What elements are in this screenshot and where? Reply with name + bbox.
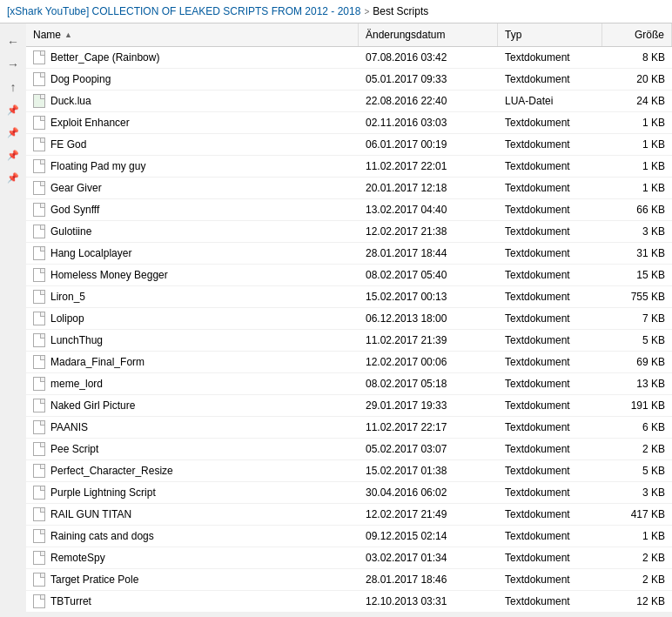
file-name-col: Madara_Final_Form bbox=[26, 352, 359, 372]
file-icon bbox=[33, 442, 45, 456]
file-type: Textdokument bbox=[498, 526, 602, 547]
file-date: 13.02.2017 04:40 bbox=[359, 199, 498, 220]
up-icon[interactable]: ↑ bbox=[4, 78, 22, 96]
table-row[interactable]: Raining cats and dogs 09.12.2015 02:14 T… bbox=[26, 526, 672, 547]
file-date: 15.02.2017 00:13 bbox=[359, 286, 498, 307]
table-row[interactable]: Hang Localplayer 28.01.2017 18:44 Textdo… bbox=[26, 243, 672, 265]
col-size[interactable]: Größe bbox=[602, 23, 672, 46]
table-row[interactable]: Purple Lightning Script 30.04.2016 06:02… bbox=[26, 482, 672, 504]
file-name: Pee Script bbox=[50, 443, 98, 455]
file-date: 06.12.2013 18:00 bbox=[359, 308, 498, 329]
file-name: Perfect_Character_Resize bbox=[50, 465, 173, 477]
table-row[interactable]: Gulotiine 12.02.2017 21:38 Textdokument … bbox=[26, 221, 672, 243]
file-icon bbox=[33, 290, 45, 304]
pin4-icon[interactable]: 📌 bbox=[4, 169, 22, 186]
file-name: Gear Giver bbox=[50, 182, 102, 194]
file-size: 31 KB bbox=[602, 243, 672, 264]
file-type: Textdokument bbox=[498, 134, 602, 155]
breadcrumb-parent[interactable]: [xShark YouTube] COLLECTION OF LEAKED SC… bbox=[7, 5, 360, 17]
file-date: 05.01.2017 09:33 bbox=[359, 69, 498, 90]
file-size: 3 KB bbox=[602, 482, 672, 503]
file-size: 1 KB bbox=[602, 112, 672, 133]
file-icon bbox=[33, 507, 45, 521]
file-icon bbox=[33, 420, 45, 434]
file-name: RAIL GUN TITAN bbox=[50, 508, 131, 520]
file-name-col: FE God bbox=[26, 134, 359, 155]
file-date: 08.02.2017 05:18 bbox=[359, 373, 498, 394]
file-type: Textdokument bbox=[498, 199, 602, 220]
table-row[interactable]: Dog Pooping 05.01.2017 09:33 Textdokumen… bbox=[26, 69, 672, 91]
table-row[interactable]: PAANIS 11.02.2017 22:17 Textdokument 6 K… bbox=[26, 417, 672, 439]
file-name: meme_lord bbox=[50, 378, 103, 390]
file-name: Purple Lightning Script bbox=[50, 486, 156, 499]
file-name-col: Better_Cape (Rainbow) bbox=[26, 47, 359, 68]
pin-icon[interactable]: 📌 bbox=[4, 101, 22, 118]
table-row[interactable]: Naked Girl Picture 29.01.2017 19:33 Text… bbox=[26, 395, 672, 417]
table-row[interactable]: Floating Pad my guy 11.02.2017 22:01 Tex… bbox=[26, 156, 672, 178]
table-row[interactable]: Madara_Final_Form 12.02.2017 00:06 Textd… bbox=[26, 352, 672, 373]
table-row[interactable]: Target Pratice Pole 28.01.2017 18:46 Tex… bbox=[26, 569, 672, 591]
file-name: TBTurret bbox=[50, 595, 91, 607]
file-name-col: God Synfff bbox=[26, 199, 359, 220]
back-icon[interactable]: ← bbox=[4, 33, 22, 50]
file-date: 20.01.2017 12:18 bbox=[359, 178, 498, 198]
table-row[interactable]: Exploit Enhancer 02.11.2016 03:03 Textdo… bbox=[26, 112, 672, 134]
table-row[interactable]: Pee Script 05.02.2017 03:07 Textdokument… bbox=[26, 439, 672, 460]
file-name: Homeless Money Begger bbox=[50, 269, 168, 281]
table-row[interactable]: Gear Giver 20.01.2017 12:18 Textdokument… bbox=[26, 178, 672, 199]
file-type: Textdokument bbox=[498, 112, 602, 133]
file-type: Textdokument bbox=[498, 417, 602, 438]
col-type[interactable]: Typ bbox=[498, 23, 602, 46]
col-date[interactable]: Änderungsdatum bbox=[359, 23, 498, 46]
file-type: Textdokument bbox=[498, 156, 602, 177]
table-row[interactable]: FE God 06.01.2017 00:19 Textdokument 1 K… bbox=[26, 134, 672, 156]
file-name-col: Homeless Money Begger bbox=[26, 265, 359, 285]
table-row[interactable]: Duck.lua 22.08.2016 22:40 LUA-Datei 24 K… bbox=[26, 91, 672, 112]
file-icon bbox=[33, 72, 45, 86]
table-row[interactable]: RemoteSpy 03.02.2017 01:34 Textdokument … bbox=[26, 547, 672, 569]
file-date: 12.02.2017 21:38 bbox=[359, 221, 498, 242]
file-name-col: TBTurret bbox=[26, 591, 359, 612]
file-name: Floating Pad my guy bbox=[50, 160, 145, 172]
file-date: 07.08.2016 03:42 bbox=[359, 47, 498, 68]
file-icon bbox=[33, 268, 45, 282]
forward-icon[interactable]: → bbox=[4, 56, 22, 73]
file-name: Raining cats and dogs bbox=[50, 530, 154, 542]
file-icon bbox=[33, 594, 45, 608]
pin2-icon[interactable]: 📌 bbox=[4, 124, 22, 141]
file-type: Textdokument bbox=[498, 504, 602, 525]
table-row[interactable]: Better_Cape (Rainbow) 07.08.2016 03:42 T… bbox=[26, 47, 672, 69]
file-type: Textdokument bbox=[498, 265, 602, 285]
table-row[interactable]: Liron_5 15.02.2017 00:13 Textdokument 75… bbox=[26, 286, 672, 308]
file-size: 15 KB bbox=[602, 265, 672, 285]
table-row[interactable]: Lolipop 06.12.2013 18:00 Textdokument 7 … bbox=[26, 308, 672, 330]
file-icon bbox=[33, 181, 45, 195]
file-name: Target Pratice Pole bbox=[50, 573, 138, 586]
table-row[interactable]: Homeless Money Begger 08.02.2017 05:40 T… bbox=[26, 265, 672, 286]
table-row[interactable]: TBTurret 12.10.2013 03:31 Textdokument 1… bbox=[26, 591, 672, 613]
table-row[interactable]: meme_lord 08.02.2017 05:18 Textdokument … bbox=[26, 373, 672, 395]
file-type: Textdokument bbox=[498, 569, 602, 590]
file-name-col: Floating Pad my guy bbox=[26, 156, 359, 177]
file-name: Lolipop bbox=[50, 312, 84, 325]
file-name-col: Exploit Enhancer bbox=[26, 112, 359, 133]
table-row[interactable]: LunchThug 11.02.2017 21:39 Textdokument … bbox=[26, 330, 672, 352]
file-size: 20 KB bbox=[602, 69, 672, 90]
file-name-col: Duck.lua bbox=[26, 91, 359, 111]
table-row[interactable]: God Synfff 13.02.2017 04:40 Textdokument… bbox=[26, 199, 672, 221]
file-icon bbox=[33, 486, 45, 500]
file-name-col: RAIL GUN TITAN bbox=[26, 504, 359, 525]
table-row[interactable]: Perfect_Character_Resize 15.02.2017 01:3… bbox=[26, 460, 672, 482]
file-name-col: Gear Giver bbox=[26, 178, 359, 198]
file-name-col: Pee Script bbox=[26, 439, 359, 459]
file-icon bbox=[33, 159, 45, 173]
col-name[interactable]: Name ▲ bbox=[26, 23, 359, 46]
file-size: 6 KB bbox=[602, 417, 672, 438]
file-date: 09.12.2015 02:14 bbox=[359, 526, 498, 547]
file-name-col: Liron_5 bbox=[26, 286, 359, 307]
file-type: Textdokument bbox=[498, 460, 602, 481]
file-date: 03.02.2017 01:34 bbox=[359, 547, 498, 568]
table-row[interactable]: RAIL GUN TITAN 12.02.2017 21:49 Textdoku… bbox=[26, 504, 672, 526]
pin3-icon[interactable]: 📌 bbox=[4, 146, 22, 164]
file-date: 02.11.2016 03:03 bbox=[359, 112, 498, 133]
